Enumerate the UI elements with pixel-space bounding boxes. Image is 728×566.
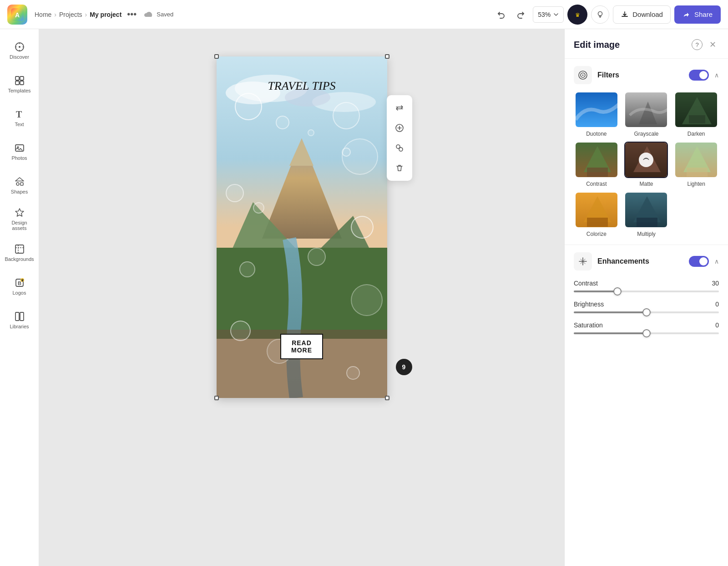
filters-chevron[interactable]: ∧: [714, 71, 719, 79]
main-layout: Discover Templates T Text Photos Shapes: [0, 29, 728, 566]
download-button[interactable]: Download: [613, 5, 671, 24]
canvas-image[interactable]: TRAVEL TIPS READMORE: [217, 56, 387, 398]
sidebar-item-backgrounds[interactable]: Backgrounds: [2, 237, 37, 269]
filters-section: Filters ∧ Duotone: [565, 59, 728, 245]
enhancements-header: Enhancements ∧: [574, 252, 719, 270]
brightness-track[interactable]: [574, 311, 719, 313]
svg-text:T: T: [16, 109, 22, 119]
logos-icon: B♛: [14, 277, 25, 288]
add-button[interactable]: [390, 119, 409, 137]
filter-darken[interactable]: Darken: [673, 92, 719, 137]
sidebar-item-design-assets[interactable]: Design assets: [2, 203, 37, 235]
bulb-button[interactable]: [591, 5, 609, 24]
sidebar-item-shapes[interactable]: Shapes: [2, 169, 37, 201]
sidebar-backgrounds-label: Backgrounds: [5, 256, 34, 262]
filter-multiply-thumb[interactable]: [624, 192, 668, 228]
filter-darken-label: Darken: [688, 131, 705, 137]
filter-matte-label: Matte: [639, 181, 653, 187]
app-logo[interactable]: A: [7, 5, 27, 25]
brightness-thumb[interactable]: [642, 308, 651, 316]
enhancements-toggle[interactable]: [689, 256, 709, 267]
filter-lighten[interactable]: Lighten: [673, 142, 719, 187]
svg-rect-45: [689, 115, 705, 123]
enhancements-icon: [574, 252, 592, 270]
saturation-track[interactable]: [574, 332, 719, 334]
canvas-area[interactable]: TRAVEL TIPS READMORE: [39, 29, 564, 566]
share-label: Share: [694, 10, 713, 18]
breadcrumb-projects[interactable]: Projects: [59, 11, 82, 18]
sidebar-item-logos[interactable]: B♛ Logos: [2, 270, 37, 302]
zoom-selector[interactable]: 53%: [533, 6, 564, 23]
panel-title: Edit image: [574, 40, 620, 50]
handle-top-left[interactable]: [214, 54, 219, 59]
sidebar-item-templates[interactable]: Templates: [2, 68, 37, 100]
filter-lighten-thumb[interactable]: [674, 142, 718, 178]
filter-lighten-label: Lighten: [687, 181, 705, 187]
templates-icon: [14, 75, 25, 86]
contrast-thumb[interactable]: [613, 287, 622, 296]
filter-matte-thumb[interactable]: [624, 142, 668, 178]
svg-rect-16: [15, 245, 24, 253]
svg-rect-53: [687, 168, 708, 177]
save-status: Saved: [144, 11, 173, 18]
contrast-label: Contrast: [574, 280, 598, 287]
svg-rect-59: [637, 218, 657, 227]
filters-toggle[interactable]: [689, 70, 709, 81]
more-options-button[interactable]: •••: [127, 9, 136, 20]
right-panel: Edit image ? ✕ Filters ∧: [564, 29, 728, 566]
sidebar-shapes-label: Shapes: [11, 189, 28, 194]
brightness-label-row: Brightness 0: [574, 301, 719, 308]
handle-top-right[interactable]: [385, 54, 389, 59]
delete-button[interactable]: [390, 159, 409, 177]
breadcrumb: Home › Projects › My project: [35, 11, 121, 18]
svg-text:A: A: [15, 11, 20, 19]
shapes-icon: [14, 176, 25, 187]
saturation-value: 0: [715, 321, 719, 329]
filter-colorize-thumb[interactable]: [575, 192, 618, 228]
saturation-label: Saturation: [574, 321, 603, 329]
sidebar-item-photos[interactable]: Photos: [2, 136, 37, 168]
contrast-fill: [574, 291, 617, 292]
filter-darken-thumb[interactable]: [674, 92, 718, 128]
page-indicator: 9: [396, 359, 412, 375]
brightness-fill: [574, 311, 647, 313]
filter-grayscale-thumb[interactable]: [624, 92, 668, 128]
filter-multiply[interactable]: Multiply: [624, 192, 669, 237]
saturation-label-row: Saturation 0: [574, 321, 719, 329]
filter-matte[interactable]: Matte: [624, 142, 669, 187]
close-panel-button[interactable]: ✕: [706, 38, 719, 51]
handle-bottom-left[interactable]: [214, 396, 219, 400]
sidebar-photos-label: Photos: [11, 155, 27, 161]
redo-button[interactable]: [513, 6, 529, 23]
canvas-title-text[interactable]: TRAVEL TIPS: [268, 79, 335, 93]
contrast-track[interactable]: [574, 291, 719, 292]
svg-point-4: [598, 11, 602, 15]
filter-duotone-thumb[interactable]: [575, 92, 618, 128]
canvas-read-more[interactable]: READMORE: [280, 334, 323, 359]
filter-colorize[interactable]: Colorize: [574, 192, 619, 237]
svg-rect-21: [15, 312, 19, 321]
crown-button[interactable]: ♛: [567, 5, 587, 25]
filters-icon: [574, 66, 592, 84]
filter-contrast-thumb[interactable]: [575, 142, 618, 178]
filter-duotone[interactable]: Duotone: [574, 92, 619, 137]
handle-bottom-right[interactable]: [385, 396, 389, 400]
help-button[interactable]: ?: [692, 39, 703, 50]
sidebar-item-libraries[interactable]: Libraries: [2, 304, 37, 336]
replace-button[interactable]: [390, 139, 409, 157]
sidebar-item-text[interactable]: T Text: [2, 102, 37, 134]
saturation-fill: [574, 332, 647, 334]
filter-grayscale[interactable]: Grayscale: [624, 92, 669, 137]
floating-toolbar: [387, 95, 412, 181]
swap-button[interactable]: [390, 99, 409, 117]
svg-point-14: [16, 183, 19, 185]
sidebar-item-discover[interactable]: Discover: [2, 35, 37, 66]
filters-title: Filters: [597, 71, 683, 79]
share-button[interactable]: Share: [674, 5, 721, 24]
filter-contrast[interactable]: Contrast: [574, 142, 619, 187]
matte-active-icon: [639, 153, 653, 167]
saturation-thumb[interactable]: [642, 329, 651, 337]
undo-button[interactable]: [493, 6, 509, 23]
enhancements-chevron[interactable]: ∧: [714, 258, 719, 265]
breadcrumb-home[interactable]: Home: [35, 11, 51, 18]
